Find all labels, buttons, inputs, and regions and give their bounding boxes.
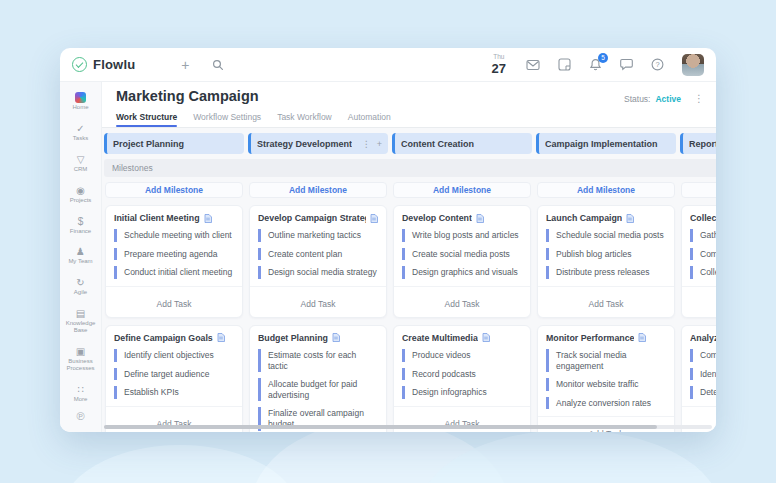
- add-task-button[interactable]: Add Task: [106, 286, 242, 317]
- flowlu-check-icon: [72, 57, 87, 72]
- status-badge[interactable]: Active: [655, 94, 681, 104]
- business-processes-icon: ▣: [76, 346, 85, 357]
- task-item[interactable]: Define target audience: [114, 368, 234, 381]
- notes-icon[interactable]: [558, 58, 571, 71]
- milestone-title-row[interactable]: Develop Campaign Strategy: [258, 213, 378, 223]
- task-item[interactable]: Identify insights: [690, 368, 716, 381]
- add-milestone-button[interactable]: Add Milestone: [105, 182, 243, 198]
- task-item[interactable]: Produce videos: [402, 349, 522, 362]
- task-item[interactable]: Compile metrics: [690, 248, 716, 261]
- milestone-card: Budget PlanningEstimate costs for each t…: [249, 325, 387, 432]
- assistant-icon[interactable]: ℗: [76, 410, 84, 422]
- more-menu-icon[interactable]: ⋮: [694, 93, 704, 104]
- milestone-title-row[interactable]: Define Campaign Goals: [114, 333, 234, 343]
- scrollbar-thumb[interactable]: [104, 425, 657, 429]
- finance-icon: $: [78, 216, 84, 227]
- task-item[interactable]: Gather campaign data: [690, 229, 716, 242]
- mail-icon[interactable]: [526, 59, 540, 71]
- tab-automation[interactable]: Automation: [348, 112, 391, 127]
- column-header-strategy-development[interactable]: Strategy Development ⋮ +: [248, 133, 388, 154]
- task-item[interactable]: Conduct initial client meeting: [114, 266, 234, 279]
- column-add-icon[interactable]: +: [377, 139, 382, 149]
- task-item[interactable]: Distribute press releases: [546, 266, 666, 279]
- add-task-button[interactable]: Add Task: [394, 286, 530, 317]
- task-item[interactable]: Outline marketing tactics: [258, 229, 378, 242]
- column-reporting: Add Milestone Collect DataGather campaig…: [680, 182, 716, 432]
- notifications-bell-icon[interactable]: 5: [589, 58, 602, 71]
- task-item[interactable]: Track social media engagement: [546, 349, 666, 372]
- add-task-button[interactable]: Add Task: [538, 286, 674, 317]
- tab-task-workflow[interactable]: Task Workflow: [277, 112, 332, 127]
- task-item[interactable]: Create social media posts: [402, 248, 522, 261]
- task-item[interactable]: Monitor website traffic: [546, 378, 666, 391]
- milestone-title-row[interactable]: Develop Content: [402, 213, 522, 223]
- milestone-title: Launch Campaign: [546, 213, 622, 223]
- search-icon[interactable]: [212, 59, 224, 71]
- sidebar-item-more[interactable]: ∷More: [60, 381, 101, 406]
- milestone-title-row[interactable]: Budget Planning: [258, 333, 378, 343]
- column-menu-icon[interactable]: ⋮: [362, 139, 371, 149]
- sidebar-item-my-team[interactable]: ♟My Team: [60, 243, 101, 268]
- task-item[interactable]: Identify client objectives: [114, 349, 234, 362]
- add-milestone-button[interactable]: Add Milestone: [537, 182, 675, 198]
- column-header-project-planning[interactable]: Project Planning ⋮ +: [104, 133, 244, 154]
- task-item[interactable]: Write blog posts and articles: [402, 229, 522, 242]
- document-icon: [638, 333, 646, 342]
- milestones-label: Milestones: [112, 163, 153, 173]
- task-item[interactable]: Establish KPIs: [114, 386, 234, 399]
- more-icon: ∷: [77, 384, 83, 395]
- tab-workflow-settings[interactable]: Workflow Settings: [193, 112, 261, 127]
- task-item[interactable]: Estimate costs for each tactic: [258, 349, 378, 372]
- task-item[interactable]: Allocate budget for paid advertising: [258, 378, 378, 401]
- chat-icon[interactable]: [620, 58, 633, 71]
- task-item[interactable]: Record podcasts: [402, 368, 522, 381]
- add-task-label: Add Task: [445, 299, 480, 309]
- column-header-campaign-implementation[interactable]: Campaign Implementation ⋮ +: [536, 133, 676, 154]
- task-item[interactable]: Prepare meeting agenda: [114, 248, 234, 261]
- add-task-button[interactable]: Add Task: [682, 286, 716, 317]
- flowlu-logo[interactable]: Flowlu: [72, 57, 135, 72]
- milestone-title-row[interactable]: Create Multimedia: [402, 333, 522, 343]
- task-item[interactable]: Collect feedback: [690, 266, 716, 279]
- task-item[interactable]: Design social media strategy: [258, 266, 378, 279]
- task-item[interactable]: Create content plan: [258, 248, 378, 261]
- sidebar-item-projects[interactable]: ◉Projects: [60, 182, 101, 207]
- column-header-content-creation[interactable]: Content Creation ⋮ +: [392, 133, 532, 154]
- milestone-title-row[interactable]: Launch Campaign: [546, 213, 666, 223]
- task-item[interactable]: Determine ROI: [690, 386, 716, 399]
- task-item[interactable]: Schedule social media posts: [546, 229, 666, 242]
- task-item[interactable]: Schedule meeting with client: [114, 229, 234, 242]
- task-item[interactable]: Design graphics and visuals: [402, 266, 522, 279]
- sidebar-item-crm[interactable]: ▽CRM: [60, 151, 101, 176]
- add-task-button[interactable]: Add Task: [250, 286, 386, 317]
- help-icon[interactable]: ?: [651, 58, 664, 71]
- agile-icon: ↻: [76, 277, 84, 288]
- milestone-title-row[interactable]: Collect Data: [690, 213, 716, 223]
- create-button[interactable]: +: [181, 58, 189, 72]
- sidebar-item-home[interactable]: Home: [60, 89, 101, 114]
- user-avatar[interactable]: [682, 54, 704, 76]
- task-item[interactable]: Compare with KPIs: [690, 349, 716, 362]
- task-item[interactable]: Analyze conversion rates: [546, 397, 666, 410]
- board-inner: Project Planning ⋮ + Strategy Developmen…: [104, 133, 716, 432]
- column-header-reporting[interactable]: Reporting ⋮ +: [680, 133, 716, 154]
- tab-work-structure[interactable]: Work Structure: [116, 112, 177, 127]
- milestone-title-row[interactable]: Initial Client Meeting: [114, 213, 234, 223]
- calendar-day-label: Thu: [492, 54, 506, 61]
- milestone-title-row[interactable]: Analyze Results: [690, 333, 716, 343]
- sidebar-item-agile[interactable]: ↻Agile: [60, 274, 101, 299]
- task-item[interactable]: Publish blog articles: [546, 248, 666, 261]
- sidebar-item-business-processes[interactable]: ▣Business Processes: [60, 343, 101, 375]
- sidebar-item-knowledge-base[interactable]: ▤Knowledge Base: [60, 305, 101, 337]
- sidebar-item-label: Knowledge Base: [60, 320, 101, 334]
- add-milestone-button[interactable]: Add Milestone: [249, 182, 387, 198]
- add-milestone-button[interactable]: Add Milestone: [681, 182, 716, 198]
- sidebar-item-finance[interactable]: $Finance: [60, 213, 101, 238]
- milestone-title-row[interactable]: Monitor Performance: [546, 333, 666, 343]
- column-content-creation: Add Milestone Develop ContentWrite blog …: [392, 182, 532, 432]
- add-milestone-button[interactable]: Add Milestone: [393, 182, 531, 198]
- column-title: Strategy Development: [257, 139, 352, 149]
- task-item[interactable]: Design infographics: [402, 386, 522, 399]
- calendar-date[interactable]: Thu 27: [492, 54, 506, 75]
- sidebar-item-tasks[interactable]: ✓Tasks: [60, 120, 101, 145]
